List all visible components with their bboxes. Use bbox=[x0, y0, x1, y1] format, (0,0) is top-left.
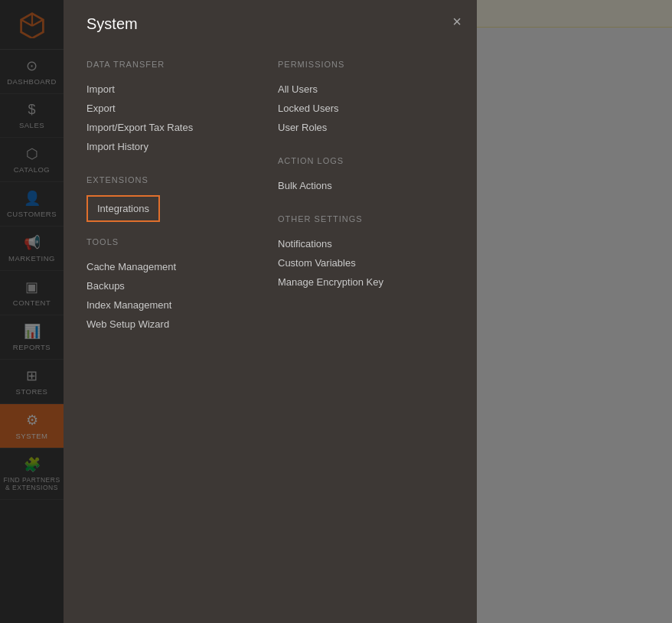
modal-right-column: Permissions All Users Locked Users User … bbox=[278, 52, 454, 334]
permissions-header: Permissions bbox=[278, 60, 454, 69]
menu-item-index-management[interactable]: Index Management bbox=[86, 295, 263, 315]
modal-columns: Data Transfer Import Export Import/Expor… bbox=[86, 52, 454, 334]
modal-close-button[interactable]: × bbox=[452, 14, 462, 29]
action-logs-header: Action Logs bbox=[278, 156, 454, 165]
menu-item-bulk-actions[interactable]: Bulk Actions bbox=[278, 176, 454, 195]
menu-item-locked-users[interactable]: Locked Users bbox=[278, 99, 454, 118]
menu-item-custom-variables[interactable]: Custom Variables bbox=[278, 253, 454, 272]
menu-item-import-history[interactable]: Import History bbox=[86, 137, 263, 156]
menu-item-cache-management[interactable]: Cache Management bbox=[86, 257, 263, 276]
menu-item-import[interactable]: Import bbox=[86, 80, 263, 99]
menu-item-user-roles[interactable]: User Roles bbox=[278, 118, 454, 137]
tools-header: Tools bbox=[86, 237, 263, 246]
menu-item-web-setup-wizard[interactable]: Web Setup Wizard bbox=[86, 315, 263, 334]
data-transfer-header: Data Transfer bbox=[86, 60, 263, 69]
extensions-header: Extensions bbox=[86, 175, 263, 184]
menu-item-notifications[interactable]: Notifications bbox=[278, 234, 454, 253]
system-modal: System × Data Transfer Import Export Imp… bbox=[64, 0, 477, 623]
modal-left-column: Data Transfer Import Export Import/Expor… bbox=[86, 52, 278, 334]
modal-title: System bbox=[86, 15, 454, 33]
menu-item-manage-encryption-key[interactable]: Manage Encryption Key bbox=[278, 272, 454, 292]
menu-item-backups[interactable]: Backups bbox=[86, 276, 263, 295]
menu-item-all-users[interactable]: All Users bbox=[278, 80, 454, 99]
menu-item-export[interactable]: Export bbox=[86, 99, 263, 118]
menu-item-integrations[interactable]: Integrations bbox=[86, 195, 160, 222]
menu-item-import-export-tax[interactable]: Import/Export Tax Rates bbox=[86, 118, 263, 137]
other-settings-header: Other Settings bbox=[278, 214, 454, 223]
